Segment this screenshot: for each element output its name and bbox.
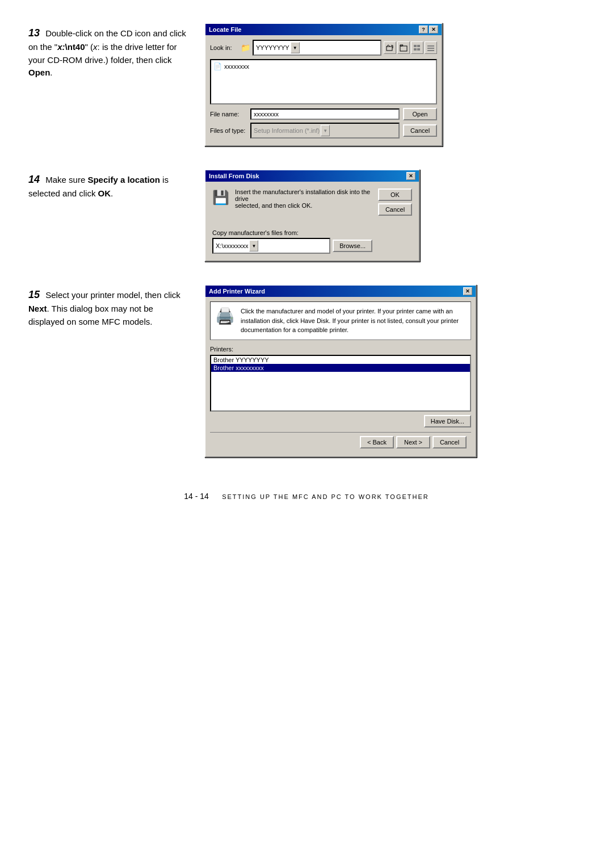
locate-file-body: Look in: 📁 YYYYYYYY ▼ [205,35,442,145]
file-name: xxxxxxxx [224,63,249,70]
copy-from-label: Copy manufacturer's files from: [212,229,372,236]
install-disk-content: 💾 Insert the manufacturer's installation… [212,188,412,254]
copy-from-input-row: X:\xxxxxxxx ▼ Browse... [212,238,372,254]
look-in-value[interactable]: YYYYYYYY ▼ [253,40,381,56]
list-view-icon [413,44,421,52]
look-in-combo[interactable]: 📁 YYYYYYYY ▼ [241,40,381,56]
svg-rect-6 [427,45,434,47]
details-view-button[interactable] [425,41,437,54]
details-view-icon [427,44,435,52]
back-button[interactable]: < Back [360,436,394,448]
svg-rect-0 [387,47,392,51]
install-disk-info-row: 💾 Insert the manufacturer's installation… [212,188,372,209]
look-in-row: Look in: 📁 YYYYYYYY ▼ [210,40,437,56]
step-15-dialog: Add Printer Wizard ✕ 🖨️ Click the manufa… [204,284,585,458]
footer-subtitle: SETTING UP THE MFC AND PC TO WORK TOGETH… [222,493,429,500]
step-14-section: 14 Make sure Specify a location is selec… [28,169,585,262]
file-list-area: 📄 xxxxxxxx [210,59,437,104]
wizard-footer: < Back Next > Cancel [210,432,471,452]
files-of-type-value: Setup Information (*.inf) [254,127,320,134]
wizard-close-button[interactable]: ✕ [463,287,472,295]
footer-text: 14 - 14 SETTING UP THE MFC AND PC TO WOR… [184,492,429,501]
step-14-number: 14 [28,174,40,185]
wizard-title-buttons: ✕ [463,287,472,295]
svg-rect-2 [414,45,417,47]
install-disk-info: 💾 Insert the manufacturer's installation… [212,188,372,254]
close-button[interactable]: ✕ [429,26,438,33]
list-view-button[interactable] [411,41,423,54]
next-button[interactable]: Next > [396,436,430,448]
locate-file-title: Locate File [209,26,241,33]
step-13-text: 13 Double-click on the CD icon and click… [28,23,187,146]
install-disk-line2: selected, and then click OK. [235,202,312,209]
spacer [212,218,372,229]
step-14-dialog: Install From Disk ✕ 💾 Insert the manufac… [204,169,585,262]
svg-rect-7 [427,48,434,49]
install-disk-body: 💾 Insert the manufacturer's installation… [205,182,419,261]
printer-item-1[interactable]: Brother xxxxxxxxx [211,364,470,372]
printer-item-0[interactable]: Brother YYYYYYYY [211,356,470,364]
svg-rect-1 [400,46,407,51]
file-name-value: xxxxxxxx [254,111,279,118]
cancel-button-locate[interactable]: Cancel [403,124,437,137]
file-name-label: File name: [210,111,247,118]
wizard-printer-icon: 🖨️ [215,307,235,325]
step-13-number: 13 [28,27,40,39]
copy-from-value: X:\xxxxxxxx [216,242,248,249]
svg-rect-3 [417,45,420,47]
browse-button[interactable]: Browse... [333,240,372,252]
cancel-button-install[interactable]: Cancel [378,203,412,216]
cancel-button-wizard[interactable]: Cancel [433,436,467,448]
wizard-title: Add Printer Wizard [209,288,265,295]
locate-file-titlebar: Locate File ? ✕ [205,24,442,35]
printer-list[interactable]: Brother YYYYYYYY Brother xxxxxxxxx [210,355,471,412]
svg-rect-5 [417,48,420,51]
help-button[interactable]: ? [419,26,428,33]
step-15-section: 15 Select your printer model, then click… [28,284,585,458]
up-folder-icon [386,44,394,52]
files-of-type-row: Files of type: Setup Information (*.inf)… [210,123,437,139]
step-15-text: 15 Select your printer model, then click… [28,284,187,458]
install-disk-title-buttons: ✕ [406,172,415,180]
title-buttons: ? ✕ [419,26,438,33]
footer-page-number: 14 - 14 [184,492,209,501]
svg-rect-8 [427,50,434,51]
look-in-text: YYYYYYYY [256,44,289,51]
step-15-number: 15 [28,289,40,300]
install-disk-line1: Insert the manufacturer's installation d… [235,188,370,202]
files-of-type-combo[interactable]: Setup Information (*.inf) ▼ [250,123,400,139]
install-from-disk-dialog: Install From Disk ✕ 💾 Insert the manufac… [204,169,420,262]
have-disk-button[interactable]: Have Disk... [424,415,471,427]
file-name-row: File name: xxxxxxxx Open [210,108,437,120]
new-folder-button[interactable] [397,41,410,54]
install-disk-buttons: OK Cancel [378,188,412,254]
combo-dropdown-arrow[interactable]: ▼ [291,42,300,53]
install-disk-titlebar: Install From Disk ✕ [205,170,419,182]
new-folder-icon [400,44,408,52]
step-13-dialog: Locate File ? ✕ Look in: 📁 YYYYYYYY ▼ [204,23,585,146]
install-disk-message: Insert the manufacturer's installation d… [235,188,372,209]
wizard-description-area: 🖨️ Click the manufacturer and model of y… [210,301,471,340]
copy-from-arrow[interactable]: ▼ [249,240,258,251]
look-in-label: Look in: [210,44,238,51]
disk-icon: 💾 [212,190,229,206]
files-of-type-label: Files of type: [210,127,247,134]
locate-file-dialog: Locate File ? ✕ Look in: 📁 YYYYYYYY ▼ [204,23,443,146]
have-disk-row: Have Disk... [210,415,471,427]
open-button[interactable]: Open [403,108,437,120]
files-of-type-arrow[interactable]: ▼ [321,125,330,136]
step-14-text: 14 Make sure Specify a location is selec… [28,169,187,262]
file-list-item[interactable]: 📄 xxxxxxxx [213,62,434,70]
up-folder-button[interactable] [384,41,396,54]
wizard-description-text: Click the manufacturer and model of your… [241,307,466,335]
step-13-section: 13 Double-click on the CD icon and click… [28,23,585,146]
copy-from-combo[interactable]: X:\xxxxxxxx ▼ [212,238,330,254]
toolbar-icons [384,41,437,54]
file-name-input[interactable]: xxxxxxxx [250,108,400,120]
printers-label: Printers: [210,346,471,353]
wizard-titlebar: Add Printer Wizard ✕ [205,286,476,297]
page-footer: 14 - 14 SETTING UP THE MFC AND PC TO WOR… [28,492,585,501]
install-disk-close-button[interactable]: ✕ [406,172,415,180]
ok-button[interactable]: OK [378,188,412,201]
svg-rect-4 [414,48,417,51]
